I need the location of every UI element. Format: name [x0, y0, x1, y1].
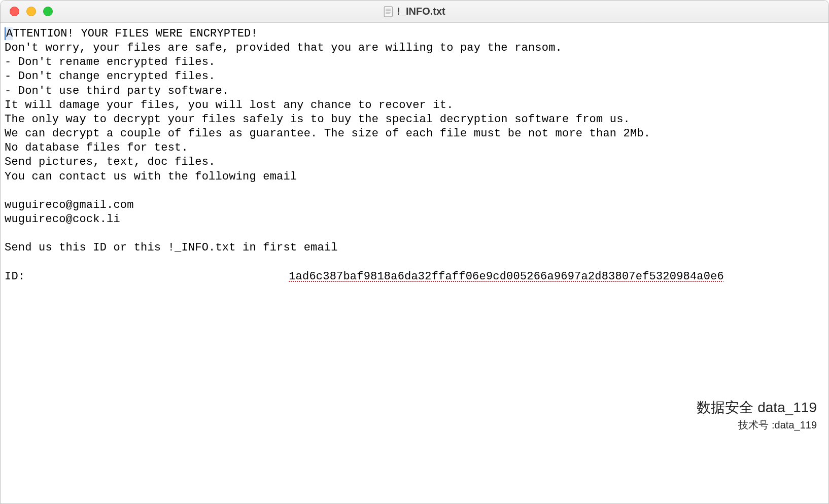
content-line-6: It will damage your files, you will lost… [5, 99, 454, 112]
id-label: ID: [5, 270, 25, 284]
watermark: 数据安全 data_119 技术号 :data_119 [697, 398, 817, 432]
content-line-9: No database files for test. [5, 141, 188, 154]
id-row: ID:1ad6c387baf9818a6da32ffaff06e9cd00526… [5, 270, 824, 284]
content-line-4: - Don't change encrypted files. [5, 70, 215, 83]
maximize-button[interactable] [43, 7, 53, 16]
id-value: 1ad6c387baf9818a6da32ffaff06e9cd005266a9… [289, 270, 724, 284]
content-line-3: - Don't rename encrypted files. [5, 56, 215, 68]
title-center: !_INFO.txt [384, 6, 445, 17]
svg-rect-0 [384, 7, 392, 17]
content-line-7: The only way to decrypt your files safel… [5, 113, 630, 126]
watermark-sub: 技术号 :data_119 [697, 418, 817, 432]
content-line-2: Don't worry, your files are safe, provid… [5, 42, 562, 54]
content-line-5: - Don't use third party software. [5, 85, 229, 97]
window-title: !_INFO.txt [397, 6, 445, 17]
close-button[interactable] [10, 7, 19, 16]
text-content[interactable]: ATTENTION! YOUR FILES WERE ENCRYPTED! Do… [1, 23, 828, 288]
traffic-lights [1, 7, 53, 16]
watermark-main: 数据安全 data_119 [697, 398, 817, 417]
content-line-14: Send us this ID or this !_INFO.txt in fi… [5, 241, 338, 254]
titlebar[interactable]: !_INFO.txt [1, 1, 828, 23]
content-line-11: You can contact us with the following em… [5, 170, 297, 183]
content-line-8: We can decrypt a couple of files as guar… [5, 127, 650, 140]
document-icon [384, 6, 393, 17]
minimize-button[interactable] [26, 7, 36, 16]
content-line-10: Send pictures, text, doc files. [5, 156, 215, 168]
content-line-1-rest: TTENTION! YOUR FILES WERE ENCRYPTED! [13, 27, 257, 40]
email-1: wuguireco@gmail.com [5, 199, 134, 211]
text-cursor: A [5, 27, 13, 40]
email-2: wuguireco@cock.li [5, 213, 120, 226]
